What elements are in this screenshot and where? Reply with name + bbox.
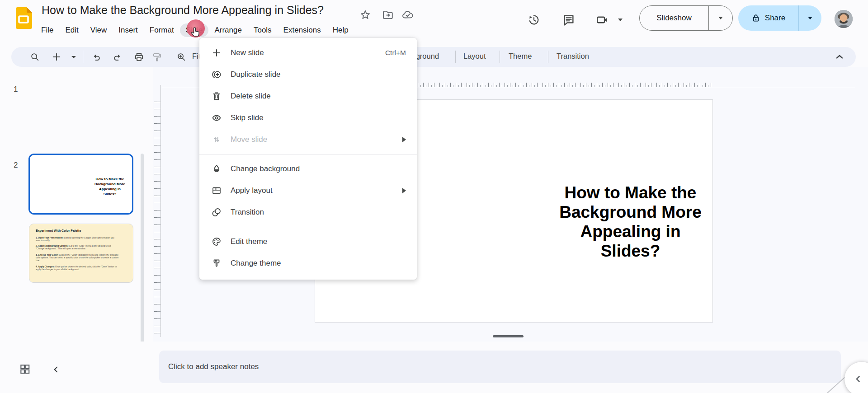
vertical-ruler (160, 85, 161, 337)
slide-title-textbox[interactable]: How to Make the Background More Appealin… (552, 183, 708, 261)
hand-cursor-icon (189, 26, 202, 38)
slideshow-button[interactable]: Slideshow (639, 5, 733, 31)
share-dropdown-caret[interactable] (799, 5, 821, 31)
move-folder-icon[interactable] (382, 9, 394, 21)
chevron-left-icon (853, 374, 863, 384)
slide-title-line: Slides? (552, 241, 708, 261)
slide-title-line: Appealing in (552, 222, 708, 241)
menu-item-move-slide[interactable]: Move slide (199, 129, 417, 150)
meet-camera-icon[interactable] (595, 13, 609, 27)
print-icon[interactable] (133, 51, 144, 62)
new-slide-icon[interactable] (51, 51, 62, 62)
menu-item-new-slide[interactable]: New slide Ctrl+M (199, 42, 417, 64)
toolbar-separator (83, 51, 83, 63)
lock-icon (751, 14, 760, 23)
menu-item-edit-theme[interactable]: Edit theme (199, 231, 417, 253)
slide-2-step: 3. Choose Your Color: Click on the "Colo… (36, 254, 119, 262)
star-icon[interactable] (359, 9, 372, 21)
shortcut-label: Ctrl+M (385, 49, 406, 57)
menu-item-transition[interactable]: Transition (199, 201, 417, 223)
transition-icon (211, 207, 222, 218)
share-button-label: Share (765, 14, 785, 23)
comments-icon[interactable] (561, 13, 576, 27)
menu-format[interactable]: Format (144, 23, 180, 37)
google-slides-logo[interactable] (15, 7, 32, 29)
paint-format-icon[interactable] (151, 51, 162, 62)
redo-icon[interactable] (112, 51, 123, 62)
slideshow-dropdown-caret[interactable] (709, 6, 732, 30)
transition-button[interactable]: Transition (557, 52, 589, 61)
meet-dropdown-caret[interactable] (616, 13, 625, 27)
search-menus-icon[interactable] (29, 51, 40, 62)
trash-icon (211, 91, 222, 102)
slide-1-thumbnail-title: How to Make the Background More Appealin… (90, 177, 130, 196)
ink-drop-icon (211, 164, 222, 174)
share-button[interactable]: Share (738, 5, 821, 31)
layout-icon (211, 185, 222, 196)
toolbar-separator (455, 51, 456, 63)
slide-2-step: 1. Open Your Presentation: Start by open… (36, 237, 119, 242)
menu-item-duplicate-slide[interactable]: Duplicate slide (199, 64, 417, 85)
undo-icon[interactable] (91, 51, 102, 62)
new-slide-caret[interactable] (68, 51, 79, 62)
slide-2-step: 4. Apply Changes: Once you've chosen the… (36, 266, 119, 271)
duplicate-slide-icon (211, 69, 222, 80)
layout-button[interactable]: Layout (463, 52, 486, 61)
slide-1-number: 1 (14, 85, 18, 94)
paintbrush-icon (211, 258, 222, 269)
menu-edit[interactable]: Edit (59, 23, 84, 37)
slide-2-number: 2 (14, 161, 18, 170)
slide-1-thumbnail[interactable]: How to Make the Background More Appealin… (28, 154, 133, 215)
toolbar-separator (500, 51, 500, 63)
menu-tools[interactable]: Tools (248, 23, 278, 37)
collapse-filmstrip-chevron-icon[interactable] (51, 364, 61, 375)
slide-title-line: How to Make the (552, 183, 708, 202)
menu-item-change-theme[interactable]: Change theme (199, 253, 417, 274)
submenu-arrow-icon (402, 137, 406, 142)
menu-item-change-background[interactable]: Change background (199, 158, 417, 180)
slide-dropdown-menu: New slide Ctrl+M Duplicate slide Delete … (199, 38, 417, 280)
cloud-saved-icon[interactable] (401, 9, 414, 21)
account-avatar[interactable] (835, 10, 853, 28)
menu-separator (199, 227, 417, 227)
theme-button[interactable]: Theme (509, 52, 532, 61)
menu-arrange[interactable]: Arrange (208, 23, 247, 37)
speaker-notes-placeholder: Click to add speaker notes (168, 362, 259, 371)
menu-insert[interactable]: Insert (113, 23, 144, 37)
zoom-in-icon[interactable] (176, 51, 187, 62)
slide-2-thumbnail-title: Experiment With Color Palette (36, 229, 81, 232)
menu-item-skip-slide[interactable]: Skip slide (199, 107, 417, 129)
vertical-ruler-ticks (157, 98, 160, 333)
toolbar: Fit Background Layout Theme Transition (11, 47, 856, 67)
notes-resize-handle[interactable] (493, 335, 524, 337)
grid-view-icon[interactable] (18, 362, 32, 376)
menu-extensions[interactable]: Extensions (278, 23, 327, 37)
submenu-arrow-icon (402, 188, 406, 193)
share-button-main[interactable]: Share (738, 5, 799, 31)
menu-file[interactable]: File (35, 23, 59, 37)
slide-2-thumbnail[interactable]: Experiment With Color Palette 1. Open Yo… (29, 224, 133, 283)
menu-help[interactable]: Help (327, 23, 354, 37)
menu-item-apply-layout[interactable]: Apply layout (199, 180, 417, 201)
top-bar: How to Make the Background More Appealin… (0, 0, 868, 45)
version-history-icon[interactable] (527, 13, 541, 27)
menu-separator (199, 154, 417, 154)
slide-filmstrip-panel: 1 How to Make the Background More Appeal… (0, 67, 153, 342)
palette-icon (211, 236, 222, 247)
eye-icon (211, 112, 222, 123)
toolbar-separator (548, 51, 548, 63)
menu-slide[interactable]: Slide (180, 23, 209, 37)
menu-view[interactable]: View (85, 23, 113, 37)
menu-bar: File Edit View Insert Format Slide Arran… (35, 23, 354, 38)
slide-title-line: Background More (552, 202, 708, 222)
new-slide-plus-icon (211, 47, 222, 58)
move-arrows-icon (211, 134, 222, 145)
slideshow-button-label[interactable]: Slideshow (640, 6, 709, 30)
document-title[interactable]: How to Make the Background More Appealin… (42, 4, 324, 17)
speaker-notes-box[interactable]: Click to add speaker notes (159, 351, 841, 383)
hide-menus-chevron-icon[interactable] (834, 51, 845, 62)
slide-2-step: 2. Access Background Options: Go to the … (36, 245, 119, 250)
menu-item-delete-slide[interactable]: Delete slide (199, 85, 417, 107)
